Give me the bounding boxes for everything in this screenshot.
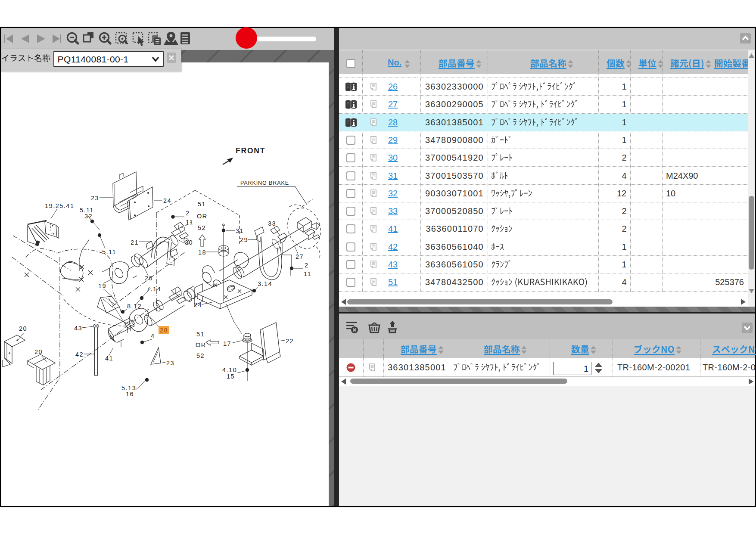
svg-text:2: 2	[186, 210, 190, 217]
svg-text:33: 33	[268, 220, 276, 227]
svg-text:4.10: 4.10	[222, 366, 237, 373]
svg-text:11: 11	[304, 270, 311, 277]
svg-text:8.12: 8.12	[127, 303, 142, 310]
svg-text:30: 30	[185, 239, 193, 246]
svg-text:19: 19	[98, 283, 106, 289]
svg-text:18: 18	[198, 249, 206, 256]
svg-text:42: 42	[75, 351, 84, 358]
svg-text:7.14: 7.14	[146, 286, 161, 292]
svg-text:24: 24	[194, 301, 202, 308]
svg-text:23: 23	[166, 360, 174, 366]
svg-text:19.25.41: 19.25.41	[45, 202, 74, 209]
svg-text:28: 28	[160, 327, 168, 334]
svg-text:22: 22	[286, 338, 294, 345]
svg-text:4: 4	[151, 332, 155, 339]
svg-text:20: 20	[34, 348, 43, 355]
svg-text:11: 11	[186, 219, 193, 226]
svg-text:26: 26	[145, 275, 153, 282]
svg-text:20: 20	[19, 325, 27, 332]
svg-text:17: 17	[223, 340, 231, 347]
svg-text:FRONT: FRONT	[236, 146, 265, 155]
svg-text:OR: OR	[197, 213, 208, 220]
svg-text:43: 43	[74, 325, 82, 332]
svg-text:3.14: 3.14	[258, 280, 272, 287]
svg-text:27: 27	[296, 253, 304, 260]
svg-text:41: 41	[105, 355, 113, 362]
svg-text:5.11: 5.11	[102, 248, 116, 255]
svg-text:21: 21	[131, 239, 139, 246]
svg-text:52: 52	[198, 224, 206, 231]
svg-text:51: 51	[196, 331, 205, 338]
svg-text:52: 52	[196, 352, 205, 359]
svg-text:31: 31	[236, 227, 244, 234]
svg-text:PARKING BRAKE: PARKING BRAKE	[240, 180, 289, 186]
svg-text:OR: OR	[196, 342, 206, 348]
svg-text:51: 51	[198, 201, 206, 208]
svg-text:15: 15	[227, 373, 235, 380]
svg-text:24: 24	[163, 197, 171, 204]
svg-text:16: 16	[126, 391, 134, 397]
svg-text:2: 2	[305, 262, 309, 269]
svg-text:23: 23	[91, 195, 99, 202]
svg-text:29: 29	[240, 236, 248, 243]
